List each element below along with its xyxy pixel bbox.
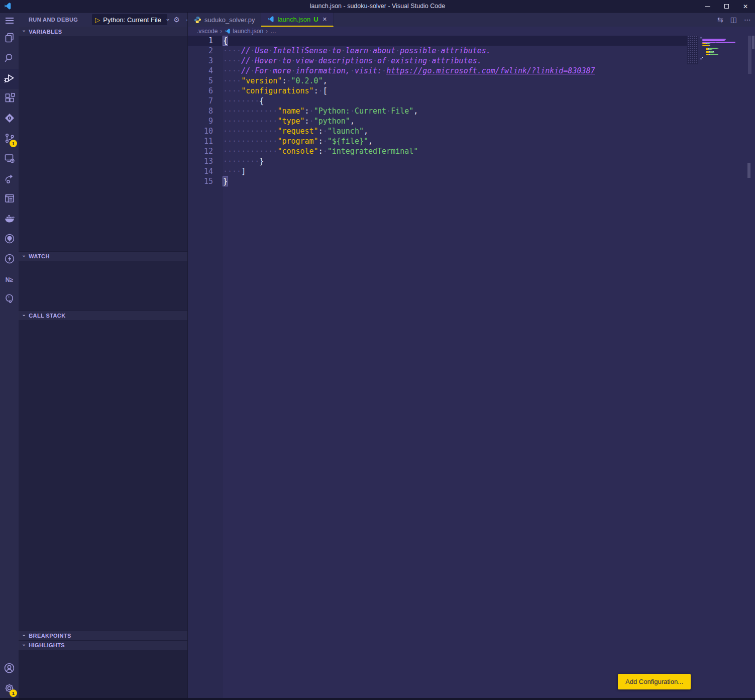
line-number: 14 (188, 166, 223, 176)
line-number: 4 (188, 66, 223, 76)
settings-button[interactable]: 1 (0, 679, 19, 699)
debug-config-value: Python: Current File (103, 16, 161, 24)
overview-ruler-mark (747, 163, 750, 178)
github-icon (4, 233, 16, 247)
line-number: 8 (188, 106, 223, 116)
sidebar-item-extensions[interactable] (0, 89, 19, 109)
minimize-icon (705, 6, 710, 7)
code-editor: 1{2····//·Use·IntelliSense·to·learn·abou… (188, 36, 755, 700)
call-stack-body (19, 320, 187, 631)
sidebar-item-docker[interactable] (0, 210, 19, 230)
section-breakpoints[interactable]: ⌄ BREAKPOINTS (19, 631, 187, 640)
remote-explorer-icon (4, 152, 16, 166)
code-line[interactable]: 8············"name":·"Python:·Current·Fi… (188, 106, 697, 116)
postgresql-icon (4, 293, 16, 307)
browser-preview-icon (4, 192, 16, 207)
sidebar-item-run-and-debug[interactable] (0, 69, 19, 89)
code-line[interactable]: 4····//·For·more·information,·visit:·htt… (188, 66, 697, 76)
minimize-button[interactable] (698, 0, 717, 13)
scrollbar-thumb[interactable] (748, 36, 751, 74)
tab-launch-json[interactable]: launch.json U ✕ (261, 13, 333, 27)
chevron-down-icon: ⌄ (165, 15, 170, 22)
extensions-icon (4, 92, 16, 106)
close-button[interactable]: ✕ (736, 0, 755, 13)
code-line[interactable]: 10············"request":·"launch", (188, 126, 697, 136)
line-number: 5 (188, 76, 223, 86)
code-line[interactable]: 7········{ (188, 96, 697, 106)
line-number: 1 (188, 36, 223, 46)
code-line[interactable]: 2····//·Use·IntelliSense·to·learn·about·… (188, 46, 697, 56)
breadcrumb-symbol[interactable]: … (270, 28, 276, 35)
line-number: 9 (188, 116, 223, 126)
close-tab-icon[interactable]: ✕ (322, 16, 327, 23)
vscode-logo-icon (4, 2, 12, 10)
thunder-client-icon (4, 253, 16, 267)
sidebar-item-explorer[interactable] (0, 29, 19, 49)
chevron-down-icon: ⌄ (22, 252, 26, 258)
start-debug-icon[interactable]: ▷ (95, 16, 100, 24)
tab-suduko-solver[interactable]: suduko_solver.py (188, 13, 261, 27)
sidebar-item-live-share[interactable] (0, 169, 19, 189)
sidebar-item-gem[interactable] (0, 109, 19, 129)
sidebar-item-remote-explorer[interactable] (0, 149, 19, 169)
breadcrumb-folder[interactable]: .vscode (197, 28, 218, 35)
add-configuration-button[interactable]: Add Configuration... (618, 674, 691, 689)
minimap[interactable] (701, 37, 745, 59)
line-number: 6 (188, 86, 223, 96)
code-line[interactable]: 11············"program":·"${file}", (188, 136, 697, 146)
tab-bar: suduko_solver.py launch.json U ✕ ⇆ ◫ ⋯ (188, 13, 755, 27)
minimap-slider[interactable] (687, 36, 698, 64)
section-label: CALL STACK (29, 313, 65, 319)
code-line[interactable]: 12············"console":·"integratedTerm… (188, 146, 697, 156)
editor-more-actions-icon[interactable]: ⋯ (744, 16, 751, 24)
sidebar-item-github[interactable] (0, 230, 19, 250)
code-line[interactable]: 5····"version":·"0.2.0", (188, 76, 697, 86)
source-control-badge: 1 (10, 140, 17, 147)
section-variables[interactable]: ⌄ VARIABLES (19, 27, 187, 36)
search-icon (4, 52, 16, 66)
files-icon (4, 32, 16, 46)
sidebar-item-browser-preview[interactable] (0, 189, 19, 210)
maximize-icon (724, 4, 729, 9)
sidebar-title: RUN AND DEBUG (29, 17, 78, 23)
line-number: 2 (188, 46, 223, 56)
vscode-icon (267, 16, 274, 23)
activity-bar: 1 (0, 13, 19, 700)
open-changes-icon[interactable]: ⇆ (717, 16, 723, 24)
code-line[interactable]: 3····//·Hover·to·view·descriptions·of·ex… (188, 56, 697, 66)
code-line[interactable]: 6····"configurations":·[ (188, 86, 697, 96)
run-debug-icon (3, 71, 16, 86)
section-label: BREAKPOINTS (29, 633, 71, 639)
split-editor-icon[interactable]: ◫ (730, 16, 737, 24)
debug-settings-gear-icon[interactable]: ⚙ (173, 16, 180, 24)
code-line[interactable]: 9············"type":·"python", (188, 116, 697, 126)
line-number: 3 (188, 56, 223, 66)
account-button[interactable] (0, 659, 19, 679)
section-call-stack[interactable]: ⌄ CALL STACK (19, 311, 187, 320)
sidebar-item-nx-console[interactable]: N≥ (0, 270, 19, 290)
docker-icon (4, 213, 16, 227)
code-line[interactable]: 14····] (188, 166, 697, 176)
section-label: VARIABLES (29, 29, 62, 35)
code-line[interactable]: 13········} (188, 156, 697, 166)
variables-body (19, 36, 187, 251)
debug-config-dropdown[interactable]: ▷ Python: Current File ⌄ (92, 14, 167, 25)
code-line[interactable]: 15} (188, 176, 697, 186)
sidebar-item-postgresql[interactable] (0, 290, 19, 310)
code-line[interactable]: 1{ (188, 36, 697, 46)
section-watch[interactable]: ⌄ WATCH (19, 251, 187, 261)
title-bar: launch.json - sudoku-solver - Visual Stu… (0, 0, 755, 13)
menu-button[interactable] (0, 13, 19, 29)
sidebar-item-thunder-client[interactable] (0, 250, 19, 270)
line-number: 10 (188, 126, 223, 136)
maximize-button[interactable] (717, 0, 736, 13)
sidebar-item-source-control[interactable]: 1 (0, 129, 19, 149)
breadcrumb: .vscode › launch.json › … (188, 27, 755, 36)
watch-body (19, 261, 187, 311)
run-and-debug-panel: RUN AND DEBUG ▷ Python: Current File ⌄ ⚙… (19, 13, 187, 700)
breadcrumb-file[interactable]: launch.json (233, 28, 263, 35)
sidebar-item-search[interactable] (0, 49, 19, 69)
editor-rail (697, 36, 755, 700)
chevron-down-icon: ⌄ (22, 27, 26, 33)
section-highlights[interactable]: ⌄ HIGHLIGHTS (19, 640, 187, 650)
